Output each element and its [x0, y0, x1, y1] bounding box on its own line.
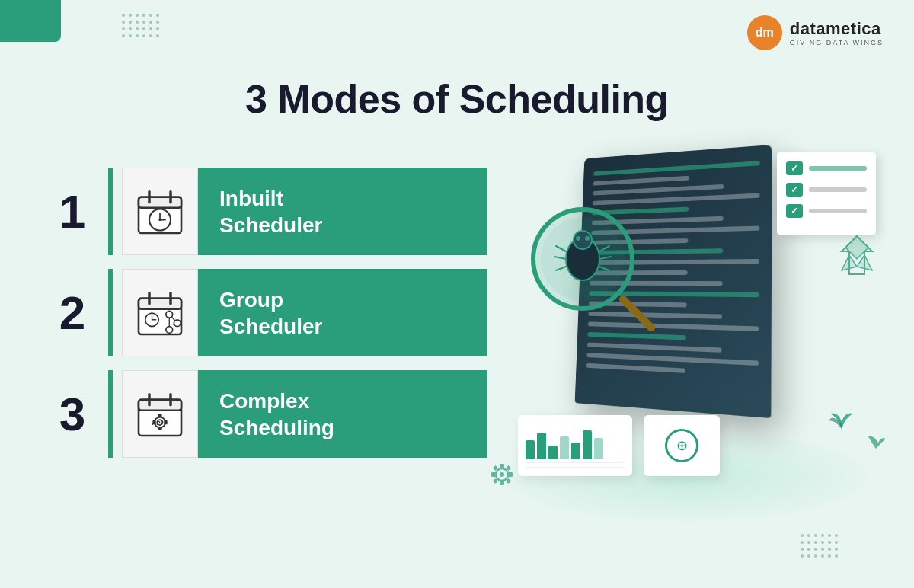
- gear-decoration: [487, 460, 516, 495]
- check-item-3: ✓: [786, 204, 867, 218]
- svg-rect-51: [500, 464, 504, 468]
- page-title: 3 Modes of Scheduling: [0, 76, 914, 122]
- bar-3: [548, 446, 558, 459]
- mode-item-2: 2: [46, 269, 487, 356]
- check-line-1: [809, 166, 867, 171]
- mode-label-2: GroupScheduler: [219, 286, 322, 340]
- svg-rect-28: [158, 427, 161, 430]
- svg-point-37: [585, 236, 590, 241]
- mode-label-box-2: GroupScheduler: [198, 269, 487, 356]
- logo-icon: dm: [747, 15, 782, 50]
- check-box-1: ✓: [786, 161, 803, 175]
- mode-label-box-3: ComplexScheduling: [198, 370, 487, 458]
- mode-label-box-1: InbuiltScheduler: [198, 168, 487, 255]
- small-leaf-deco: [864, 427, 887, 453]
- api-calendar-icon: API: [133, 388, 187, 441]
- modes-list: 1 InbuiltScheduler: [46, 168, 487, 471]
- checklist-panel: ✓ ✓ ✓: [777, 152, 876, 235]
- bottom-circle-panel: ⊕: [644, 415, 720, 476]
- check-item-2: ✓: [786, 183, 867, 197]
- check-line-2: [809, 187, 867, 192]
- mode-icon-box-2: [122, 269, 198, 356]
- check-line-3: [809, 209, 867, 213]
- mode-divider-2: [108, 269, 113, 356]
- bar-4: [560, 436, 569, 459]
- logo-area: dm datametica GIVING DATA WINGS: [747, 15, 884, 50]
- mode-number-1: 1: [46, 188, 99, 235]
- bar-chart: [526, 429, 625, 459]
- svg-rect-22: [139, 399, 181, 410]
- check-box-3: ✓: [786, 204, 803, 218]
- mode-divider-3: [108, 370, 113, 458]
- bird-decoration: [830, 232, 884, 296]
- svg-rect-1: [139, 197, 181, 207]
- bottom-chart-panel: [518, 415, 632, 476]
- mode-label-3: ComplexScheduling: [219, 388, 334, 441]
- mode-number-2: 2: [46, 289, 99, 337]
- svg-point-17: [166, 326, 173, 333]
- plant-decoration: [823, 395, 861, 438]
- svg-rect-29: [164, 420, 167, 423]
- svg-point-35: [574, 231, 592, 249]
- logo-tagline: GIVING DATA WINGS: [790, 39, 884, 46]
- mode-item-3: 3 API Co: [46, 370, 487, 458]
- svg-rect-53: [491, 472, 496, 477]
- mode-divider-1: [108, 168, 113, 255]
- mode-number-3: 3: [46, 391, 99, 438]
- bar-2: [537, 433, 546, 459]
- magnifying-glass-icon: [526, 202, 663, 339]
- logo-text-group: datametica GIVING DATA WINGS: [790, 19, 884, 46]
- svg-line-44: [623, 299, 651, 328]
- check-box-2: ✓: [786, 183, 803, 197]
- svg-rect-52: [500, 481, 504, 485]
- svg-rect-27: [158, 414, 161, 417]
- svg-rect-9: [139, 298, 181, 308]
- group-calendar-icon: [133, 286, 187, 340]
- logo-name: datametica: [790, 19, 884, 39]
- bg-dots-bottom: [801, 534, 838, 558]
- bar-7: [594, 438, 603, 459]
- bg-accent-rect: [0, 0, 61, 42]
- right-illustration: ✓ ✓ ✓ ⊕: [480, 141, 891, 537]
- bg-dots-top: [122, 14, 159, 37]
- svg-text:API: API: [152, 420, 162, 427]
- mode-label-1: InbuiltScheduler: [219, 185, 322, 238]
- mode-icon-box-3: API: [122, 370, 198, 458]
- bar-1: [526, 440, 535, 459]
- clock-calendar-icon: [133, 185, 187, 238]
- svg-rect-54: [508, 472, 513, 477]
- play-circle-icon: ⊕: [665, 429, 698, 462]
- svg-point-50: [500, 472, 504, 477]
- bar-5: [571, 443, 580, 459]
- check-item-1: ✓: [786, 161, 867, 175]
- svg-point-36: [576, 236, 580, 241]
- mode-icon-box-1: [122, 168, 198, 255]
- bar-6: [583, 430, 592, 459]
- svg-point-7: [158, 218, 161, 221]
- mode-item-1: 1 InbuiltScheduler: [46, 168, 487, 255]
